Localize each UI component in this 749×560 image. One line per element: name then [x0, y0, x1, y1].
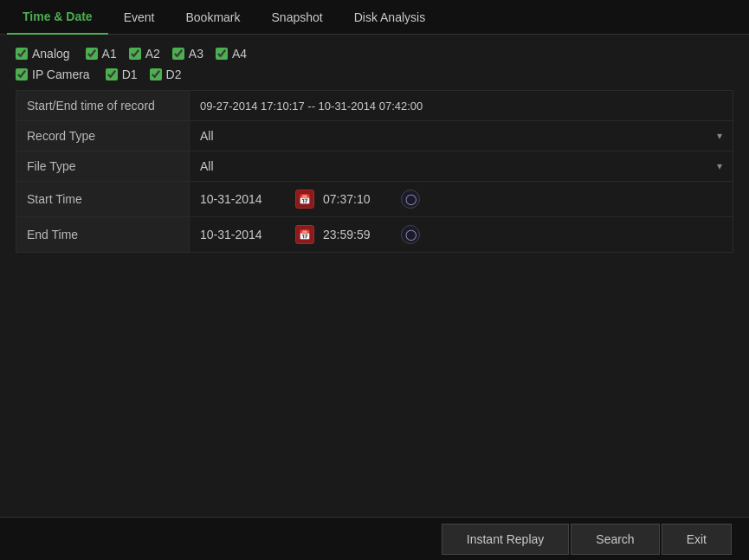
instant-replay-button[interactable]: Instant Replay: [442, 524, 570, 555]
record-range-label-cell: Start/End time of record: [16, 91, 190, 121]
a2-label: A2: [145, 47, 160, 61]
nav-item-snapshot[interactable]: Snapshot: [256, 0, 339, 35]
a4-checkbox[interactable]: [216, 48, 228, 60]
record-range-value: 09-27-2014 17:10:17 -- 10-31-2014 07:42:…: [200, 100, 423, 113]
record-type-value: All: [200, 129, 214, 143]
bottom-bar: Instant Replay Search Exit: [0, 517, 749, 560]
record-type-value-cell[interactable]: All ▾: [190, 121, 733, 151]
file-type-value: All: [200, 159, 214, 173]
a3-checkbox[interactable]: [172, 48, 184, 60]
a1-checkbox[interactable]: [86, 48, 98, 60]
file-type-row: File Type All ▾: [16, 151, 733, 182]
nav-item-bookmark[interactable]: Bookmark: [170, 0, 255, 35]
nav-item-event[interactable]: Event: [108, 0, 171, 35]
d2-label: D2: [166, 68, 182, 81]
file-type-label-cell: File Type: [16, 151, 190, 182]
a2-checkbox[interactable]: [129, 48, 141, 60]
analog-label: Analog: [32, 47, 70, 61]
d2-checkbox[interactable]: [150, 68, 162, 80]
record-range-value-cell: 09-27-2014 17:10:17 -- 10-31-2014 07:42:…: [190, 91, 733, 121]
d2-checkbox-label[interactable]: D2: [150, 68, 182, 81]
a4-checkbox-label[interactable]: A4: [216, 47, 247, 61]
end-time-value: 23:59:59: [323, 228, 392, 241]
d1-checkbox[interactable]: [106, 68, 118, 80]
file-type-dropdown[interactable]: All ▾: [200, 159, 722, 173]
end-calendar-icon[interactable]: 📅: [295, 225, 314, 244]
analog-channels: A1 A2 A3 A4: [86, 47, 248, 61]
record-type-label: Record Type: [27, 129, 95, 143]
ip-checkbox-label[interactable]: IP Camera: [16, 68, 90, 81]
start-calendar-icon[interactable]: 📅: [295, 190, 314, 209]
start-time-row-cell: 10-31-2014 📅 07:37:10 ◯: [200, 190, 722, 209]
record-type-dropdown[interactable]: All ▾: [200, 129, 722, 143]
record-range-row: Start/End time of record 09-27-2014 17:1…: [16, 91, 733, 121]
start-time-value: 07:37:10: [323, 192, 392, 206]
top-navigation: Time & Date Event Bookmark Snapshot Disk…: [0, 0, 749, 35]
main-content: Analog A1 A2 A3 A4 IP Camera: [0, 35, 749, 265]
a1-label: A1: [102, 47, 117, 61]
nav-item-disk-analysis[interactable]: Disk Analysis: [339, 0, 441, 35]
a1-checkbox-label[interactable]: A1: [86, 47, 117, 61]
analog-checkbox-label[interactable]: Analog: [16, 47, 70, 61]
start-time-row: Start Time 10-31-2014 📅 07:37:10 ◯: [16, 182, 733, 217]
file-type-value-cell[interactable]: All ▾: [190, 151, 733, 182]
end-time-row-cell: 10-31-2014 📅 23:59:59 ◯: [200, 225, 722, 244]
a3-label: A3: [189, 47, 203, 61]
nav-item-time-date[interactable]: Time & Date: [7, 0, 108, 35]
start-time-label-cell: Start Time: [16, 182, 190, 217]
start-date-value: 10-31-2014: [200, 192, 287, 206]
analog-row: Analog A1 A2 A3 A4: [16, 47, 733, 61]
file-type-arrow-icon: ▾: [717, 160, 722, 172]
d1-label: D1: [122, 68, 138, 81]
end-time-value-cell: 10-31-2014 📅 23:59:59 ◯: [190, 217, 733, 253]
form-table: Start/End time of record 09-27-2014 17:1…: [16, 90, 733, 253]
record-type-row: Record Type All ▾: [16, 121, 733, 151]
end-time-label: End Time: [27, 228, 78, 241]
start-clock-icon[interactable]: ◯: [401, 190, 420, 209]
a4-label: A4: [232, 47, 247, 61]
start-time-label: Start Time: [27, 192, 82, 206]
ip-checkbox[interactable]: [16, 68, 28, 80]
start-time-value-cell: 10-31-2014 📅 07:37:10 ◯: [190, 182, 733, 217]
d1-checkbox-label[interactable]: D1: [106, 68, 138, 81]
a3-checkbox-label[interactable]: A3: [172, 47, 203, 61]
record-type-label-cell: Record Type: [16, 121, 190, 151]
record-range-label: Start/End time of record: [27, 99, 155, 113]
end-clock-icon[interactable]: ◯: [401, 225, 420, 244]
a2-checkbox-label[interactable]: A2: [129, 47, 160, 61]
ip-label: IP Camera: [32, 68, 90, 81]
analog-checkbox[interactable]: [16, 48, 28, 60]
ip-channels: D1 D2: [106, 68, 182, 81]
search-button[interactable]: Search: [571, 524, 659, 555]
file-type-label: File Type: [27, 159, 76, 173]
record-type-arrow-icon: ▾: [717, 130, 722, 142]
end-date-value: 10-31-2014: [200, 228, 287, 241]
end-time-row: End Time 10-31-2014 📅 23:59:59 ◯: [16, 217, 733, 253]
ip-camera-row: IP Camera D1 D2: [16, 68, 733, 81]
end-time-label-cell: End Time: [16, 217, 190, 253]
exit-button[interactable]: Exit: [662, 524, 732, 555]
